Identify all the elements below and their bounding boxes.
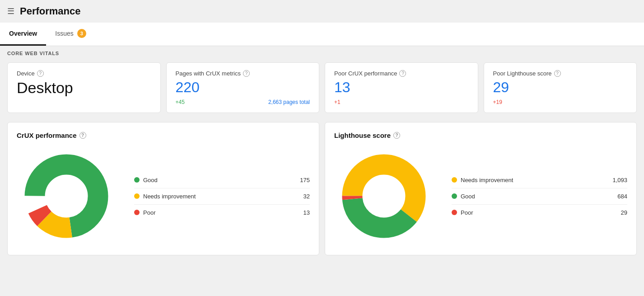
legend-value-ni: 32 [303, 193, 310, 200]
poor-crux-delta: +1 [334, 99, 341, 105]
pages-crux-delta: +45 [176, 99, 185, 105]
poor-lighthouse-delta: +19 [493, 99, 502, 105]
card-poor-lighthouse-label: Poor Lighthouse score ? [493, 70, 628, 77]
pages-crux-help-icon[interactable]: ? [243, 70, 250, 77]
card-poor-crux-label: Poor CrUX performance ? [334, 70, 469, 77]
card-poor-lighthouse-value: 29 [493, 80, 628, 95]
charts-row: CrUX performance ? Good [0, 118, 644, 263]
card-pages-crux-value: 220 [176, 80, 310, 95]
legend-value-lh-good: 684 [617, 193, 627, 200]
legend-label-lh-ni: Needs improvement [461, 177, 513, 183]
section-label: CORE WEB VITALS [0, 46, 644, 59]
legend-dot-good [134, 177, 140, 183]
legend-dot-ni [134, 193, 140, 199]
issues-badge: 3 [77, 29, 86, 38]
svg-point-7 [366, 178, 402, 214]
legend-value-poor: 13 [303, 209, 310, 216]
tab-issues[interactable]: Issues 3 [46, 23, 95, 46]
legend-label-good: Good [143, 177, 158, 183]
crux-donut [17, 146, 116, 246]
chart-lighthouse-content: Needs improvement 1,093 Good 684 Poor [334, 146, 627, 246]
tab-overview-label: Overview [9, 30, 37, 37]
cards-row: Device ? Desktop Pages with CrUX metrics… [0, 59, 644, 118]
legend-label-lh-poor: Poor [461, 209, 473, 216]
card-poor-crux-value: 13 [334, 80, 469, 95]
legend-label-ni: Needs improvement [143, 193, 196, 200]
lighthouse-donut-svg [334, 146, 434, 246]
card-pages-crux-label: Pages with CrUX metrics ? [176, 70, 310, 77]
pages-crux-total: 2,663 pages total [268, 99, 310, 105]
card-device-label: Device ? [17, 70, 151, 77]
chart-lighthouse: Lighthouse score ? [325, 122, 637, 255]
legend-dot-lh-poor [452, 210, 457, 215]
crux-chart-help-icon[interactable]: ? [79, 132, 86, 139]
legend-value-good: 175 [300, 177, 310, 183]
legend-label-poor: Poor [143, 209, 155, 216]
hamburger-icon[interactable]: ☰ [7, 6, 14, 16]
legend-dot-lh-ni [452, 177, 457, 183]
crux-legend: Good 175 Needs improvement 32 Poor [134, 172, 310, 221]
header: ☰ Performance [0, 0, 644, 23]
tab-overview[interactable]: Overview [0, 23, 46, 46]
legend-dot-poor [134, 210, 140, 215]
lighthouse-chart-help-icon[interactable]: ? [393, 132, 400, 139]
chart-crux-title: CrUX performance ? [17, 132, 310, 139]
poor-lighthouse-help-icon[interactable]: ? [554, 70, 561, 77]
tab-issues-label: Issues [55, 30, 73, 37]
legend-lh-poor: Poor 29 [452, 205, 627, 221]
tabs-bar: Overview Issues 3 [0, 23, 644, 46]
card-device: Device ? Desktop [7, 62, 161, 113]
page-title: Performance [20, 5, 81, 17]
legend-value-lh-ni: 1,093 [612, 177, 627, 183]
card-pages-crux-sub: +45 2,663 pages total [176, 99, 310, 105]
card-pages-crux: Pages with CrUX metrics ? 220 +45 2,663 … [166, 62, 320, 113]
lighthouse-legend: Needs improvement 1,093 Good 684 Poor [452, 172, 627, 221]
svg-point-3 [48, 178, 84, 214]
card-poor-crux-sub: +1 [334, 99, 469, 105]
lighthouse-donut [334, 146, 434, 246]
card-device-value: Desktop [17, 80, 151, 96]
legend-label-lh-good: Good [461, 193, 475, 200]
legend-item-ni: Needs improvement 32 [134, 188, 310, 205]
card-poor-lighthouse-sub: +19 [493, 99, 628, 105]
card-poor-lighthouse: Poor Lighthouse score ? 29 +19 [484, 62, 637, 113]
crux-donut-svg [17, 146, 116, 246]
legend-item-good: Good 175 [134, 172, 310, 188]
legend-dot-lh-good [452, 193, 457, 199]
legend-lh-ni: Needs improvement 1,093 [452, 172, 627, 188]
legend-value-lh-poor: 29 [621, 209, 627, 216]
device-help-icon[interactable]: ? [37, 70, 44, 77]
chart-crux: CrUX performance ? Good [7, 122, 319, 255]
chart-crux-content: Good 175 Needs improvement 32 Poor [17, 146, 310, 246]
chart-lighthouse-title: Lighthouse score ? [334, 132, 627, 139]
poor-crux-help-icon[interactable]: ? [399, 70, 406, 77]
card-poor-crux: Poor CrUX performance ? 13 +1 [325, 62, 478, 113]
legend-lh-good: Good 684 [452, 188, 627, 205]
legend-item-poor: Poor 13 [134, 205, 310, 221]
